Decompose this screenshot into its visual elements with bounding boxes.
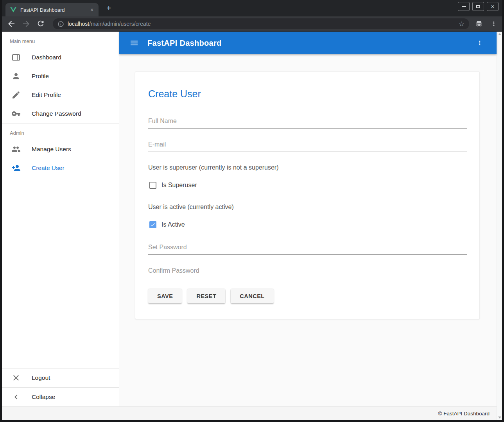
chevron-left-icon	[11, 392, 21, 402]
tab-close-icon[interactable]: ×	[88, 6, 95, 13]
sidebar-item-dashboard[interactable]: Dashboard	[2, 48, 119, 67]
copyright-text: © FastAPI Dashboard	[438, 411, 490, 417]
tab-strip: FastAPI Dashboard × + ✕	[2, 0, 502, 16]
cancel-button[interactable]: CANCEL	[231, 289, 273, 303]
hamburger-menu-icon[interactable]	[129, 38, 139, 48]
browser-menu-icon[interactable]	[490, 20, 497, 27]
appbar-menu-icon[interactable]	[476, 39, 483, 46]
set-password-input[interactable]	[148, 244, 467, 255]
bookmark-star-icon[interactable]: ☆	[459, 20, 465, 28]
app-title: FastAPI Dashboard	[147, 39, 222, 48]
pencil-icon	[11, 90, 21, 100]
create-user-card: Create User User is superuser (currently…	[135, 72, 480, 319]
reload-icon[interactable]	[36, 19, 46, 29]
scroll-down-arrow[interactable]	[498, 417, 501, 418]
person-icon	[11, 72, 21, 81]
browser-tab[interactable]: FastAPI Dashboard ×	[5, 3, 99, 16]
new-tab-button[interactable]: +	[104, 4, 113, 13]
window-controls: ✕	[458, 2, 499, 11]
back-icon[interactable]	[7, 19, 16, 29]
page-info-icon[interactable]	[57, 21, 64, 27]
sidebar-item-collapse[interactable]: Collapse	[2, 388, 119, 406]
url-text: localhost/main/admin/users/create	[68, 21, 151, 27]
vue-favicon-icon	[10, 7, 16, 13]
scroll-up-arrow[interactable]	[498, 33, 501, 35]
is-superuser-label[interactable]: Is Superuser	[161, 182, 197, 189]
address-bar[interactable]: localhost/main/admin/users/create ☆	[53, 18, 469, 29]
people-icon	[11, 145, 21, 154]
toolbar-right	[475, 20, 497, 28]
active-status-message: User is active (currently active)	[148, 204, 467, 211]
tab-title: FastAPI Dashboard	[20, 7, 88, 13]
minimize-button[interactable]	[458, 2, 470, 11]
sidebar-item-profile[interactable]: Profile	[2, 67, 119, 86]
is-active-checkbox[interactable]	[149, 221, 156, 228]
close-window-button[interactable]: ✕	[487, 2, 499, 11]
full-name-input[interactable]	[148, 118, 467, 129]
superuser-status-message: User is superuser (currently is not a su…	[148, 164, 467, 171]
sidebar-section-header-admin: Admin	[2, 123, 119, 140]
browser-window: FastAPI Dashboard × + ✕ localhost/main/a…	[0, 0, 504, 422]
sidebar-item-edit-profile[interactable]: Edit Profile	[2, 86, 119, 104]
set-password-field-wrap	[148, 244, 467, 255]
sidebar-section-header-main: Main menu	[2, 32, 119, 48]
sidebar-item-create-user[interactable]: Create User	[2, 159, 119, 177]
is-superuser-row: Is Superuser	[148, 182, 467, 189]
reset-button[interactable]: RESET	[187, 289, 225, 303]
vertical-scrollbar[interactable]	[497, 32, 502, 420]
sidebar-item-change-password[interactable]: Change Password	[2, 104, 119, 123]
person-add-icon	[11, 163, 21, 173]
incognito-icon	[475, 20, 483, 28]
confirm-password-input[interactable]	[148, 267, 467, 278]
page-footer: © FastAPI Dashboard	[2, 406, 497, 420]
full-name-field-wrap	[148, 118, 467, 129]
save-button[interactable]: SAVE	[148, 289, 182, 303]
close-x-icon	[11, 373, 21, 383]
is-superuser-checkbox[interactable]	[149, 182, 156, 189]
main-area: FastAPI Dashboard Create User	[119, 32, 497, 406]
key-icon	[11, 109, 21, 118]
content-area: Create User User is superuser (currently…	[119, 54, 497, 406]
maximize-button[interactable]	[472, 2, 484, 11]
sidebar: Main menu Dashboard Profile	[2, 32, 119, 406]
page: Main menu Dashboard Profile	[2, 32, 502, 420]
browser-toolbar: localhost/main/admin/users/create ☆	[2, 16, 502, 32]
form-actions: SAVE RESET CANCEL	[148, 289, 467, 303]
confirm-password-field-wrap	[148, 267, 467, 278]
dashboard-icon	[11, 53, 21, 62]
is-active-label[interactable]: Is Active	[161, 221, 185, 228]
sidebar-item-manage-users[interactable]: Manage Users	[2, 140, 119, 159]
forward-icon[interactable]	[22, 19, 31, 29]
email-field-wrap	[148, 141, 467, 152]
email-input[interactable]	[148, 141, 467, 152]
app-bar: FastAPI Dashboard	[119, 32, 497, 54]
page-title: Create User	[148, 88, 467, 100]
sidebar-item-logout[interactable]: Logout	[2, 368, 119, 387]
is-active-row: Is Active	[148, 221, 467, 228]
